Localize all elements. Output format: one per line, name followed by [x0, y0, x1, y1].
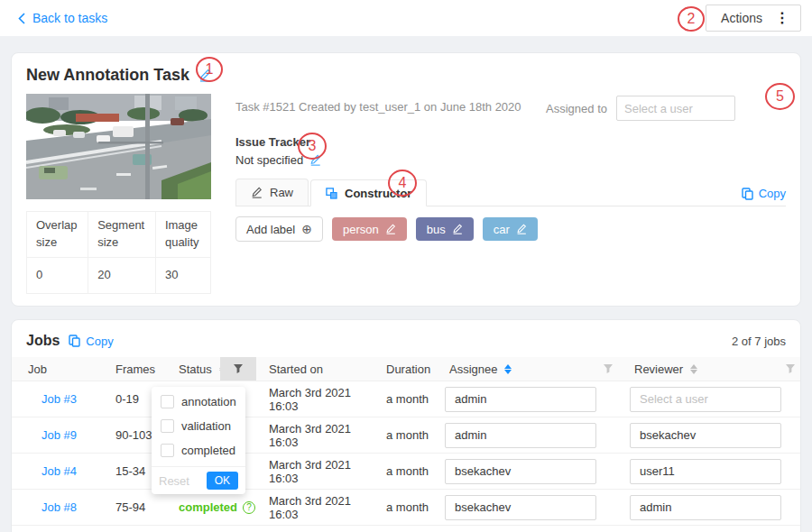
filter-reset-button[interactable]: Reset: [159, 474, 189, 488]
param-value-segment: 20: [88, 257, 156, 293]
filter-option-annotation[interactable]: annotation: [152, 390, 245, 414]
job-link[interactable]: Job #4: [28, 464, 105, 478]
copy-labels-label: Copy: [759, 187, 786, 200]
jobs-title: Jobs: [26, 333, 60, 349]
task-thumbnail: [26, 94, 211, 199]
job-row: Job #8 75-94 completed ? March 3rd 2021 …: [12, 490, 800, 526]
checkbox[interactable]: [161, 395, 174, 408]
copy-jobs-label: Copy: [86, 335, 113, 348]
chevron-left-icon: [18, 13, 25, 24]
label-car-name: car: [494, 223, 510, 236]
assignee-filter-button[interactable]: [596, 357, 619, 381]
tab-raw[interactable]: Raw: [235, 179, 309, 206]
labels-tabs-bar: Raw Constructor Copy: [235, 179, 786, 206]
param-header-segment: Segment size: [88, 212, 156, 258]
job-started: March 3rd 2021 16:03: [256, 386, 374, 413]
job-duration: a month: [374, 392, 429, 406]
status-filter-dropdown: annotation validation completed Reset OK: [152, 387, 245, 494]
plus-circle-icon: ⊕: [301, 223, 312, 235]
tab-raw-label: Raw: [270, 186, 293, 199]
filter-option-label: annotation: [181, 395, 236, 408]
assignee-input[interactable]: [445, 387, 596, 412]
question-circle-icon[interactable]: ?: [243, 501, 255, 514]
reviewer-input[interactable]: [630, 459, 781, 484]
task-meta-text: Task #1521 Created by test_user_1 on Jun…: [235, 96, 521, 114]
assigned-to-label: Assigned to: [546, 102, 607, 115]
jobs-table-header: Job Frames Status Started on Duration As…: [12, 357, 800, 381]
copy-icon: [69, 335, 80, 347]
back-to-tasks-label: Back to tasks: [32, 11, 107, 25]
funnel-icon: [233, 363, 244, 374]
reviewer-filter-button[interactable]: [780, 357, 800, 381]
job-row: Job #9 90-103 March 3rd 2021 16:03 a mon…: [12, 417, 800, 454]
job-started: March 3rd 2021 16:03: [256, 494, 374, 521]
param-header-quality: Image quality: [155, 212, 210, 258]
column-duration: Duration: [374, 362, 429, 376]
column-job: Job: [28, 362, 105, 376]
annotation-circle-2: 2: [678, 6, 705, 32]
funnel-icon: [785, 363, 796, 374]
job-duration: a month: [374, 464, 429, 478]
actions-button[interactable]: Actions ⋮: [706, 5, 801, 32]
job-link[interactable]: Job #3: [28, 392, 105, 406]
reviewer-sorter[interactable]: [690, 364, 697, 374]
edit-label-car-icon[interactable]: [516, 224, 527, 234]
assignee-sorter[interactable]: [504, 364, 512, 374]
column-frames: Frames: [105, 362, 168, 376]
assignee-input[interactable]: [445, 423, 596, 448]
job-started: March 3rd 2021 16:03: [256, 458, 374, 485]
pencil-icon: [251, 187, 263, 198]
annotation-circle-3: 3: [298, 133, 327, 160]
job-frames: 75-94: [105, 500, 168, 514]
copy-labels-link[interactable]: Copy: [742, 187, 786, 200]
jobs-card: Jobs Copy 2 of 7 jobs Job Frames Status …: [11, 319, 801, 532]
issue-tracker-value: Not specified: [235, 153, 303, 167]
job-status: completed: [179, 500, 237, 514]
label-bus-name: bus: [427, 223, 446, 236]
job-row: Job #3 0-19 March 3rd 2021 16:03 a month: [12, 381, 800, 417]
filter-option-validation[interactable]: validation: [152, 414, 245, 438]
job-duration: a month: [374, 500, 429, 514]
assigned-to-input[interactable]: [616, 96, 735, 121]
column-reviewer: Reviewer: [634, 362, 683, 376]
status-filter-button[interactable]: [220, 357, 256, 381]
label-person-name: person: [343, 223, 379, 236]
job-link[interactable]: Job #9: [28, 428, 105, 442]
label-chip-person: person: [332, 217, 407, 241]
assignee-input[interactable]: [445, 459, 596, 484]
reviewer-input[interactable]: [630, 423, 781, 448]
column-assignee: Assignee: [449, 362, 497, 376]
filter-option-completed[interactable]: completed: [152, 438, 245, 463]
column-status: Status: [179, 362, 212, 376]
checkbox[interactable]: [161, 444, 174, 457]
copy-icon: [742, 188, 753, 200]
assignee-input[interactable]: [445, 495, 596, 520]
task-params-table: Overlap size Segment size Image quality …: [26, 211, 211, 294]
column-started-on: Started on: [256, 362, 374, 376]
param-value-quality: 30: [155, 257, 210, 293]
edit-label-bus-icon[interactable]: [452, 224, 463, 234]
label-chip-car: car: [483, 217, 538, 241]
edit-label-person-icon[interactable]: [385, 224, 396, 234]
back-to-tasks-link[interactable]: Back to tasks: [18, 11, 107, 25]
annotation-circle-5: 5: [765, 83, 795, 110]
job-link[interactable]: Job #8: [28, 500, 105, 514]
copy-jobs-link[interactable]: Copy: [69, 335, 113, 348]
add-label-button[interactable]: Add label ⊕: [235, 216, 323, 242]
reviewer-input[interactable]: [630, 387, 781, 412]
annotation-circle-1: 1: [196, 57, 223, 82]
param-value-overlap: 0: [27, 257, 88, 293]
block-icon: [326, 188, 337, 199]
checkbox[interactable]: [161, 419, 174, 433]
label-chip-bus: bus: [416, 217, 474, 241]
job-started: March 3rd 2021 16:03: [256, 422, 374, 449]
add-label-text: Add label: [246, 223, 295, 236]
filter-option-label: validation: [181, 419, 231, 433]
filter-ok-button[interactable]: OK: [207, 472, 238, 490]
job-row: Job #4 15-34 March 3rd 2021 16:03 a mont…: [12, 454, 800, 490]
reviewer-input[interactable]: [630, 495, 781, 520]
jobs-count: 2 of 7 jobs: [732, 335, 786, 348]
funnel-icon: [603, 363, 614, 374]
job-duration: a month: [374, 428, 429, 442]
annotation-circle-4: 4: [388, 170, 417, 197]
